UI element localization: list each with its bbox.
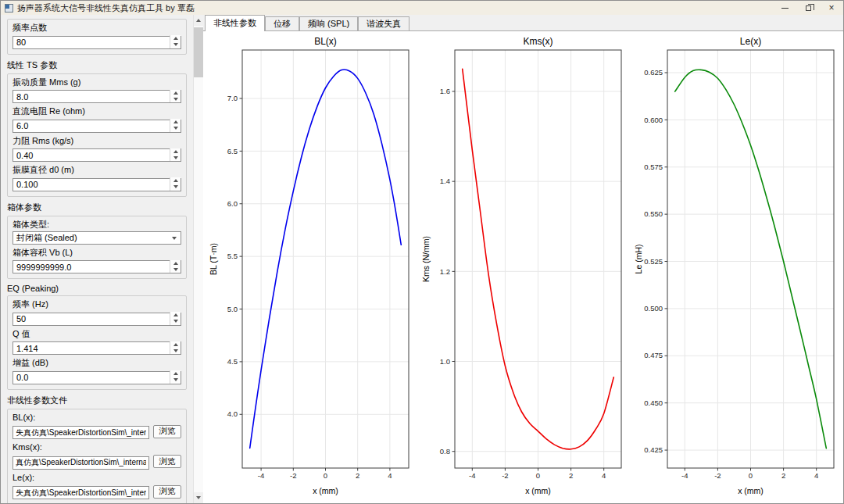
freq-points-input[interactable] <box>13 36 181 49</box>
tab-bar: 非线性参数 位移 频响 (SPL) 谐波失真 <box>203 15 843 31</box>
spinner-arrows-icon[interactable] <box>170 90 181 103</box>
plot-canvas: -4-20244.04.55.05.56.06.57.0BL(x)x (mm)B… <box>203 30 843 503</box>
freq-points-label: 频率点数 <box>13 23 181 33</box>
minimize-icon <box>781 8 789 9</box>
svg-text:x (mm): x (mm) <box>738 486 764 495</box>
svg-text:6.0: 6.0 <box>227 199 238 208</box>
svg-text:0.475: 0.475 <box>644 351 663 359</box>
files-section-header: 非线性参数文件 <box>7 395 187 406</box>
svg-text:Le (mH): Le (mH) <box>634 245 643 274</box>
scroll-up-button[interactable] <box>194 15 203 26</box>
ts-group: 振动质量 Mms (g) 直流电阻 Re (ohm) 力阻 Rms (kg/s)… <box>7 73 187 197</box>
files-group: BL(x): 浏览 Kms(x): 浏览 Le(x): 浏览 <box>7 409 187 504</box>
arrow-down-icon <box>196 496 201 499</box>
eq-freq-label: 频率 (Hz) <box>13 299 181 309</box>
minimize-button[interactable] <box>773 1 796 15</box>
svg-text:-2: -2 <box>290 471 296 480</box>
box-volume-spinbox[interactable] <box>13 259 181 274</box>
scrollbar-thumb[interactable] <box>194 27 203 77</box>
eq-freq-spinbox[interactable] <box>13 311 181 326</box>
svg-text:-4: -4 <box>469 471 475 480</box>
box-volume-label: 箱体容积 Vb (L) <box>13 248 181 258</box>
eq-q-label: Q 值 <box>13 329 181 339</box>
lex-browse-button[interactable]: 浏览 <box>153 485 181 499</box>
kmsx-path-input[interactable] <box>13 456 149 470</box>
scroll-down-button[interactable] <box>194 492 203 503</box>
svg-text:2: 2 <box>356 471 359 480</box>
spinner-arrows-icon[interactable] <box>170 177 181 191</box>
spinner-arrows-icon[interactable] <box>170 35 181 48</box>
eq-freq-input[interactable] <box>13 313 181 326</box>
svg-text:0.525: 0.525 <box>644 257 663 266</box>
spinner-arrows-icon[interactable] <box>170 119 181 132</box>
arrow-up-icon <box>196 19 201 22</box>
mms-spinbox[interactable] <box>13 89 181 104</box>
d0-spinbox[interactable] <box>13 177 181 191</box>
mms-input[interactable] <box>13 90 181 103</box>
eq-gain-label: 增益 (dB) <box>13 358 181 368</box>
bl-chart: -4-20244.04.55.05.56.06.57.0BL(x)x (mm)B… <box>208 34 414 503</box>
rms-spinbox[interactable] <box>13 148 181 163</box>
re-spinbox[interactable] <box>13 118 181 133</box>
window-title: 扬声器系统大信号非线性失真仿真工具 by 覃磊 <box>17 2 195 14</box>
main-panel: 非线性参数 位移 频响 (SPL) 谐波失真 -4-20244.04.55.05… <box>203 15 843 503</box>
svg-text:Kms(x): Kms(x) <box>524 36 553 47</box>
tab-nonlinear-params[interactable]: 非线性参数 <box>205 15 265 31</box>
eq-gain-input[interactable] <box>13 371 181 384</box>
eq-gain-spinbox[interactable] <box>13 370 181 384</box>
eq-q-input[interactable] <box>13 341 181 355</box>
close-button[interactable]: × <box>820 1 843 15</box>
d0-input[interactable] <box>13 178 181 191</box>
box-section-header: 箱体参数 <box>7 202 187 213</box>
tab-displacement[interactable]: 位移 <box>265 16 299 31</box>
restore-button[interactable] <box>796 1 820 15</box>
eq-section-header: EQ (Peaking) <box>7 284 187 293</box>
svg-text:0: 0 <box>749 471 753 480</box>
spinner-arrows-icon[interactable] <box>170 312 181 325</box>
freq-points-spinbox[interactable] <box>13 34 181 49</box>
svg-text:BL(x): BL(x) <box>314 36 337 47</box>
svg-text:BL (T·m): BL (T·m) <box>209 243 218 275</box>
spinner-arrows-icon[interactable] <box>170 260 181 273</box>
mms-label: 振动质量 Mms (g) <box>13 77 181 88</box>
svg-text:0.500: 0.500 <box>644 304 663 313</box>
tab-harmonic-distortion[interactable]: 谐波失真 <box>358 16 409 31</box>
close-icon: × <box>828 3 834 13</box>
rms-label: 力阻 Rms (kg/s) <box>13 136 181 146</box>
kmsx-file-row: 浏览 <box>13 454 181 470</box>
svg-text:0.600: 0.600 <box>644 116 663 124</box>
eq-q-spinbox[interactable] <box>13 341 181 356</box>
svg-text:0.625: 0.625 <box>644 68 663 77</box>
svg-text:x (mm): x (mm) <box>313 486 338 495</box>
svg-text:4.5: 4.5 <box>227 357 238 366</box>
kmsx-browse-button[interactable]: 浏览 <box>153 455 181 468</box>
rms-input[interactable] <box>13 148 181 162</box>
svg-text:0.8: 0.8 <box>440 447 450 456</box>
svg-text:0.550: 0.550 <box>644 209 663 218</box>
sidebar-scrollbar[interactable] <box>193 15 203 503</box>
svg-text:6.5: 6.5 <box>227 147 238 155</box>
svg-text:-4: -4 <box>258 471 264 480</box>
spinner-arrows-icon[interactable] <box>170 148 181 162</box>
box-type-dropdown[interactable]: 封闭箱 (Sealed) <box>13 231 181 245</box>
re-label: 直流电阻 Re (ohm) <box>13 106 181 116</box>
blx-path-input[interactable] <box>13 426 149 439</box>
svg-text:Kms (N/mm): Kms (N/mm) <box>421 236 431 282</box>
spinner-arrows-icon[interactable] <box>170 341 181 355</box>
tab-spl[interactable]: 频响 (SPL) <box>299 16 358 31</box>
scrollbar-track[interactable] <box>194 26 203 492</box>
app-window: 扬声器系统大信号非线性失真仿真工具 by 覃磊 × 频率点数 线性 TS 参数 … <box>0 0 844 504</box>
box-volume-input[interactable] <box>13 260 181 273</box>
lex-file-label: Le(x): <box>13 473 181 483</box>
chevron-down-icon <box>172 237 177 240</box>
svg-text:4: 4 <box>602 471 606 480</box>
lex-file-row: 浏览 <box>13 484 181 500</box>
spinner-arrows-icon[interactable] <box>170 370 181 384</box>
freq-points-group: 频率点数 <box>7 19 187 55</box>
app-icon <box>5 4 13 13</box>
re-input[interactable] <box>13 120 181 133</box>
blx-browse-button[interactable]: 浏览 <box>153 425 181 438</box>
svg-text:x (mm): x (mm) <box>525 486 551 495</box>
svg-text:1.6: 1.6 <box>440 87 450 95</box>
lex-path-input[interactable] <box>13 486 149 499</box>
